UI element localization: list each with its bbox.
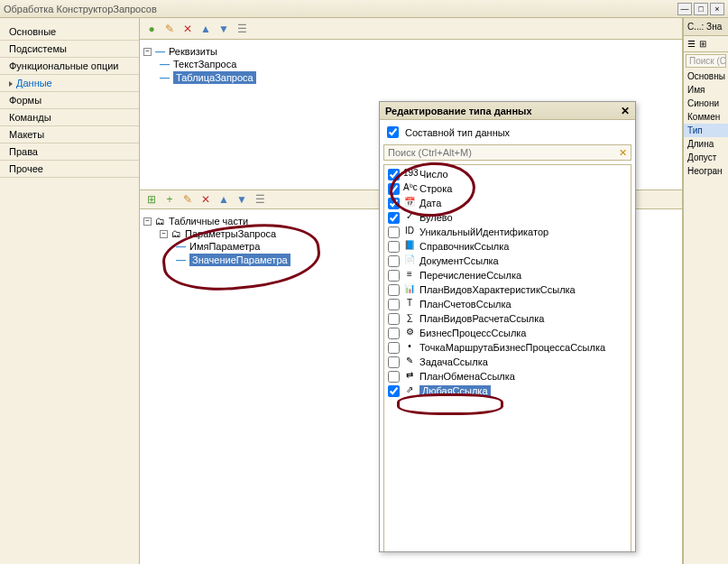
type-checkbox[interactable]: [388, 328, 400, 339]
right-panel-item[interactable]: Тип: [684, 124, 728, 137]
down-icon[interactable]: ▼: [235, 193, 248, 206]
type-checkbox[interactable]: [388, 227, 400, 238]
tree-child-row[interactable]: — ТаблицаЗапроса: [143, 70, 678, 85]
dialog-title-bar: Редактирование типа данных ✕: [380, 102, 635, 120]
right-panel-item[interactable]: Имя: [684, 83, 728, 97]
props-icon[interactable]: ☰: [235, 23, 248, 35]
type-checkbox[interactable]: [388, 284, 400, 296]
type-checkbox[interactable]: [388, 342, 400, 354]
type-label: ТочкаМаршрутаБизнесПроцессаСсылка: [419, 342, 605, 353]
type-icon: ∑: [403, 312, 416, 325]
nav-item-6[interactable]: Макеты: [0, 126, 139, 143]
type-icon: ⚙: [403, 327, 416, 339]
tree-child-label: ПараметрыЗапроса: [185, 228, 276, 239]
right-panel-item[interactable]: Неогран: [684, 164, 728, 178]
add-group-icon[interactable]: ⊞: [145, 193, 158, 206]
type-checkbox[interactable]: [388, 385, 400, 397]
composite-label: Составной тип данных: [405, 127, 510, 138]
nav-item-2[interactable]: Функциональные опции: [0, 58, 139, 75]
list-icon[interactable]: ⊞: [699, 39, 706, 49]
type-row[interactable]: 📅Дата: [386, 196, 629, 210]
nav-item-label: Формы: [9, 95, 41, 106]
type-row[interactable]: 📄ДокументСсылка: [386, 254, 629, 268]
right-panel-item[interactable]: Синони: [684, 97, 728, 110]
right-panel-item[interactable]: Основны: [684, 69, 728, 83]
nav-item-label: Подсистемы: [9, 43, 67, 54]
add-icon[interactable]: ●: [145, 23, 158, 35]
type-search-input[interactable]: [384, 145, 614, 160]
type-row[interactable]: ✎ЗадачаСсылка: [386, 355, 629, 369]
type-icon: 📄: [403, 254, 416, 267]
edit-icon[interactable]: ✎: [181, 193, 194, 206]
type-row[interactable]: ∑ПланВидовРасчетаСсылка: [386, 311, 629, 326]
close-button[interactable]: ×: [710, 3, 724, 15]
nav-item-8[interactable]: Прочее: [0, 161, 139, 178]
expander-icon[interactable]: −: [143, 48, 152, 56]
edit-icon[interactable]: ✎: [163, 23, 176, 35]
type-row[interactable]: AᵇcСтрока: [386, 181, 629, 196]
composite-checkbox-row[interactable]: Составной тип данных: [383, 124, 631, 141]
type-row[interactable]: ⇄ПланОбменаСсылка: [386, 369, 629, 384]
type-row[interactable]: ТПланСчетовСсылка: [386, 297, 629, 311]
minimize-button[interactable]: —: [677, 3, 692, 15]
right-panel-item[interactable]: Коммен: [684, 110, 728, 124]
type-checkbox[interactable]: [388, 371, 400, 383]
type-row[interactable]: IDУникальныйИдентификатор: [386, 225, 629, 239]
tree-root-label: Реквизиты: [169, 46, 217, 57]
type-row[interactable]: 📊ПланВидовХарактеристикСсылка: [386, 282, 629, 297]
type-checkbox[interactable]: [388, 198, 400, 209]
nav-item-7[interactable]: Права: [0, 143, 139, 161]
type-checkbox[interactable]: [388, 169, 400, 180]
type-row[interactable]: ✓Булево: [386, 210, 629, 225]
bullet-icon: [9, 81, 13, 87]
nav-item-label: Функциональные опции: [9, 60, 118, 71]
type-checkbox[interactable]: [388, 183, 400, 195]
add-icon[interactable]: +: [163, 193, 176, 206]
type-icon: •: [403, 341, 416, 354]
tree-root-row[interactable]: − — Реквизиты: [143, 45, 678, 58]
nav-item-5[interactable]: Команды: [0, 109, 139, 126]
type-label: ПланСчетовСсылка: [419, 299, 511, 310]
props-icon[interactable]: ☰: [253, 193, 266, 206]
type-checkbox[interactable]: [388, 241, 400, 253]
maximize-button[interactable]: □: [694, 3, 708, 15]
dialog-close-button[interactable]: ✕: [621, 105, 630, 117]
right-panel-toolbar: ☰ ⊞: [684, 36, 728, 52]
right-panel-search[interactable]: Поиск (Ctr: [686, 54, 726, 68]
nav-item-4[interactable]: Формы: [0, 92, 139, 109]
nav-item-3[interactable]: Данные: [0, 75, 139, 92]
delete-icon[interactable]: ✕: [199, 193, 212, 206]
nav-item-1[interactable]: Подсистемы: [0, 41, 139, 58]
type-icon: 📊: [403, 283, 416, 296]
type-checkbox[interactable]: [388, 356, 400, 368]
composite-checkbox[interactable]: [387, 126, 399, 138]
type-checkbox[interactable]: [388, 255, 400, 267]
type-row[interactable]: ⇗ЛюбаяСсылка: [386, 384, 629, 398]
type-label: ЗадачаСсылка: [419, 356, 488, 367]
type-row[interactable]: 193Число: [386, 167, 629, 181]
type-checkbox[interactable]: [388, 299, 400, 310]
tree-child-row[interactable]: — ТекстЗапроса: [143, 58, 678, 70]
nav-item-0[interactable]: Основные: [0, 23, 139, 41]
delete-icon[interactable]: ✕: [181, 23, 194, 35]
expander-icon[interactable]: −: [143, 217, 152, 226]
grid-icon[interactable]: ☰: [687, 39, 696, 49]
type-label: Строка: [419, 183, 452, 194]
expander-icon[interactable]: −: [160, 230, 168, 238]
right-panel-item[interactable]: Допуст: [684, 151, 728, 164]
type-row[interactable]: ≡ПеречислениеСсылка: [386, 268, 629, 282]
right-panel-item[interactable]: Длина: [684, 137, 728, 151]
window-controls: — □ ×: [677, 3, 724, 15]
up-icon[interactable]: ▲: [199, 23, 212, 35]
type-row[interactable]: •ТочкаМаршрутаБизнесПроцессаСсылка: [386, 340, 629, 355]
up-icon[interactable]: ▲: [217, 193, 230, 206]
type-icon: ✓: [403, 211, 416, 224]
node-icon: —: [176, 254, 186, 265]
type-checkbox[interactable]: [388, 270, 400, 282]
type-checkbox[interactable]: [388, 313, 400, 325]
type-checkbox[interactable]: [388, 212, 400, 224]
type-row[interactable]: ⚙БизнесПроцессСсылка: [386, 326, 629, 340]
clear-icon[interactable]: ✕: [614, 145, 631, 160]
type-row[interactable]: 📘СправочникСсылка: [386, 239, 629, 254]
down-icon[interactable]: ▼: [217, 23, 230, 35]
